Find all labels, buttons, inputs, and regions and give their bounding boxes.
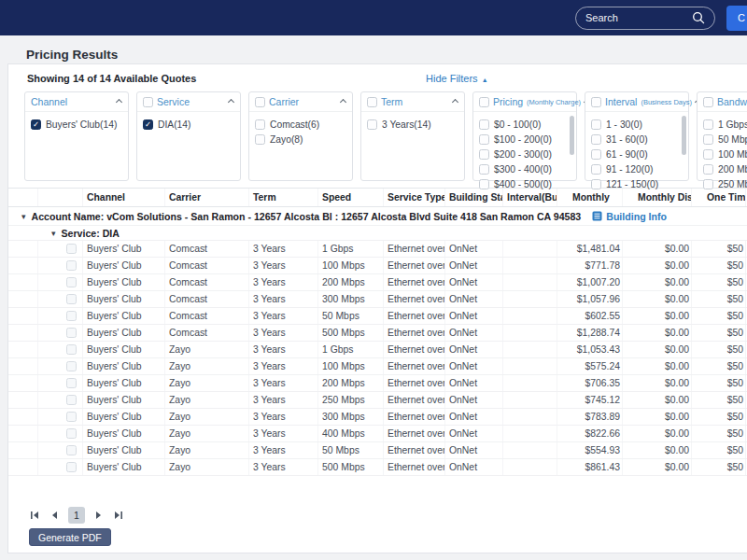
filter-select-all-checkbox[interactable] (143, 97, 153, 107)
filter-panel-header[interactable]: Term (361, 92, 464, 112)
filter-select-all-checkbox[interactable] (367, 97, 377, 107)
first-page-button[interactable] (29, 510, 40, 521)
row-checkbox[interactable] (66, 311, 77, 321)
row-checkbox[interactable] (66, 294, 77, 304)
filter-option-checkbox[interactable] (255, 134, 265, 145)
filter-option-checkbox[interactable] (31, 119, 41, 130)
filter-option[interactable]: $400 - 500(0) (479, 176, 571, 191)
row-checkbox[interactable] (66, 378, 77, 388)
filter-scrollbar-thumb[interactable] (682, 116, 686, 155)
cell-speed: 1 Gbps (318, 342, 384, 357)
filter-option-checkbox[interactable] (255, 119, 265, 130)
filter-option-checkbox[interactable] (143, 119, 153, 130)
filter-option[interactable]: Zayo(8) (255, 132, 346, 147)
cell-one-time: $50 (692, 274, 746, 290)
filter-option-checkbox[interactable] (479, 149, 489, 160)
filter-select-all-checkbox[interactable] (703, 97, 713, 107)
service-group-row[interactable]: Service: DIA (8, 226, 747, 241)
filter-option[interactable]: 3 Years(14) (367, 117, 458, 132)
filter-select-all-checkbox[interactable] (479, 97, 489, 107)
filter-panel-header[interactable]: Carrier (249, 92, 352, 112)
filter-option[interactable]: 121 - 150(0) (591, 176, 683, 191)
filter-option-checkbox[interactable] (703, 134, 713, 145)
filter-option-checkbox[interactable] (703, 179, 713, 189)
results-summary: Showing 14 of 14 Available Quotes (27, 73, 196, 84)
filter-option[interactable]: 50 Mbps(2) (703, 132, 747, 147)
filter-option[interactable]: 91 - 120(0) (591, 161, 683, 176)
filter-option[interactable]: 1 Gbps(2) (703, 117, 747, 132)
collapse-caret-icon[interactable] (51, 228, 56, 238)
cell-term: 3 Years (249, 308, 318, 324)
search-icon[interactable] (692, 11, 705, 24)
row-checkbox[interactable] (66, 244, 77, 254)
filter-option-checkbox[interactable] (591, 134, 601, 145)
filter-panel-header[interactable]: Interval (Business Days) (585, 92, 688, 112)
filter-option[interactable]: $200 - 300(0) (479, 147, 571, 161)
search-box[interactable] (575, 7, 715, 30)
filter-panel-header[interactable]: Bandwidth (698, 92, 747, 112)
filter-option-checkbox[interactable] (479, 179, 489, 189)
filter-panel-header[interactable]: Pricing (Monthly Charge) (473, 92, 576, 112)
collapse-caret-icon[interactable] (21, 211, 26, 221)
filter-select-all-checkbox[interactable] (255, 97, 265, 107)
filter-option-checkbox[interactable] (479, 134, 489, 145)
hide-filters-link[interactable]: Hide Filters (426, 73, 488, 84)
row-checkbox[interactable] (66, 445, 77, 455)
filter-option[interactable]: Comcast(6) (255, 117, 346, 132)
last-page-button[interactable] (113, 510, 124, 521)
filter-option-checkbox[interactable] (703, 119, 713, 130)
current-page-button[interactable]: 1 (68, 507, 85, 524)
column-header-carrier[interactable]: Carrier (165, 189, 249, 206)
filter-option-checkbox[interactable] (367, 119, 377, 130)
filter-panel-header[interactable]: Channel (25, 92, 128, 112)
account-group-row[interactable]: Account Name: vCom Solutions - San Ramon… (8, 207, 747, 226)
generate-pdf-button[interactable]: Generate PDF (29, 528, 111, 546)
row-checkbox[interactable] (66, 361, 77, 371)
column-header-speed[interactable]: Speed (318, 189, 384, 206)
next-page-button[interactable] (93, 510, 105, 521)
chevron-up-icon[interactable] (340, 98, 346, 105)
filter-select-all-checkbox[interactable] (591, 97, 601, 107)
filter-option-checkbox[interactable] (591, 164, 601, 175)
column-header-term[interactable]: Term (249, 189, 318, 206)
account-name-label: Account Name: vCom Solutions - San Ramon… (32, 211, 582, 222)
filter-option[interactable]: 250 Mbps(1) (703, 176, 747, 191)
filter-option-checkbox[interactable] (591, 119, 601, 130)
filter-option-checkbox[interactable] (703, 164, 713, 175)
row-checkbox[interactable] (66, 412, 77, 422)
filter-option[interactable]: $100 - 200(0) (479, 132, 571, 147)
filter-option[interactable]: 61 - 90(0) (591, 147, 683, 161)
topbar-action-button[interactable]: C (726, 6, 747, 31)
filter-option-checkbox[interactable] (591, 179, 601, 189)
filter-option[interactable]: $0 - 100(0) (479, 117, 571, 132)
column-header-service-type[interactable]: Service Type (384, 189, 445, 206)
row-checkbox[interactable] (66, 260, 77, 271)
filter-option-checkbox[interactable] (703, 149, 713, 160)
filter-option[interactable]: $300 - 400(0) (479, 161, 571, 176)
row-checkbox[interactable] (66, 428, 77, 439)
filter-scrollbar-thumb[interactable] (570, 116, 574, 155)
filter-option[interactable]: 31 - 60(0) (591, 132, 683, 147)
building-info-link[interactable]: Building Info (592, 211, 667, 222)
row-checkbox[interactable] (66, 395, 77, 405)
filter-option-checkbox[interactable] (591, 149, 601, 160)
filter-option-checkbox[interactable] (479, 164, 489, 175)
filter-option-checkbox[interactable] (479, 119, 489, 130)
previous-page-button[interactable] (49, 510, 60, 521)
chevron-up-icon[interactable] (452, 98, 458, 105)
search-input[interactable] (585, 12, 684, 23)
row-checkbox[interactable] (66, 277, 77, 287)
column-header-channel[interactable]: Channel (83, 189, 165, 206)
row-expander-gutter (16, 258, 38, 273)
filter-option[interactable]: DIA(14) (143, 117, 234, 132)
row-checkbox[interactable] (66, 344, 77, 355)
row-checkbox[interactable] (66, 462, 77, 472)
filter-panel-header[interactable]: Service (137, 92, 240, 112)
chevron-up-icon[interactable] (228, 98, 234, 105)
filter-option[interactable]: 100 Mbps(2) (703, 147, 747, 161)
row-checkbox[interactable] (66, 328, 77, 338)
chevron-up-icon[interactable] (116, 98, 122, 105)
filter-option[interactable]: 1 - 30(0) (591, 117, 683, 132)
filter-option[interactable]: Buyers' Club(14) (31, 117, 122, 132)
filter-option[interactable]: 200 Mbps(2) (703, 161, 747, 176)
